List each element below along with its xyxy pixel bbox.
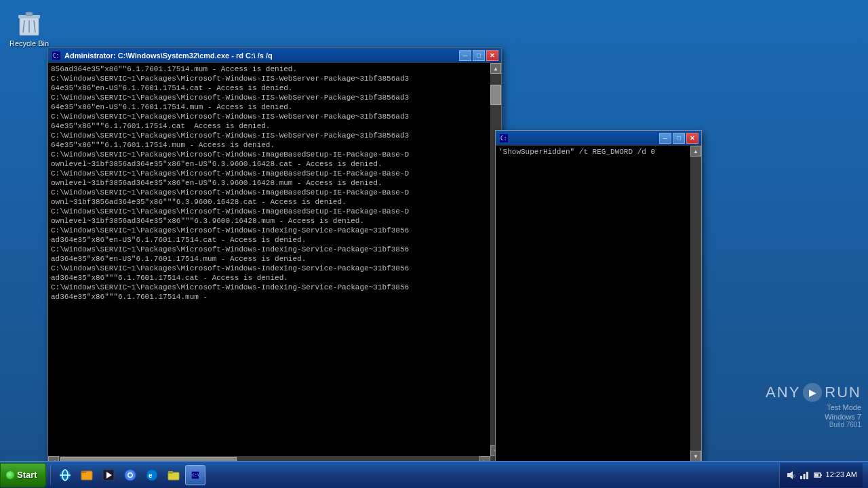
cmd2-scroll-up[interactable]: ▲ (690, 146, 701, 157)
cmd-scrollbar-area: 856ad364e35"x86""6.1.7601.17514.mum - Ac… (48, 63, 501, 456)
close-button-2[interactable]: ✕ (686, 133, 698, 144)
anyrun-any-text: ANY (766, 384, 800, 401)
scrollbar-up-btn[interactable]: ▲ (490, 63, 501, 74)
svg-point-19 (128, 473, 132, 476)
cmd-window-1-title: Administrator: C:\Windows\System32\cmd.e… (64, 52, 459, 60)
svg-rect-14 (81, 471, 86, 473)
taskbar-media-icon[interactable] (98, 465, 119, 485)
cmd-terminal-content[interactable]: 856ad364e35"x86""6.1.7601.17514.mum - Ac… (48, 63, 490, 303)
desktop: Recycle Bin C: Administrator: C:\Windows… (0, 0, 868, 461)
system-tray: )) 12:23 AM (779, 463, 863, 487)
svg-rect-32 (821, 474, 822, 476)
svg-rect-5 (26, 12, 33, 16)
svg-text:C:: C: (53, 53, 60, 59)
cmd-terminal-lines: 856ad364e35"x86""6.1.7601.17514.mum - Ac… (48, 63, 490, 456)
taskbar: Start (0, 461, 868, 488)
cmd-icon-2: C: (498, 133, 509, 144)
recycle-bin-svg (16, 5, 43, 38)
anyrun-build: Build 7601 (829, 421, 861, 428)
tray-network-icon[interactable] (799, 470, 810, 481)
start-label: Start (17, 470, 37, 480)
cmd2-scroll-area: 'ShowSuperHidden" /t REG_DWORD /d 0 (496, 146, 690, 462)
scrollbar-thumb[interactable] (490, 85, 501, 105)
taskbar-cmd-button[interactable]: C:\ (185, 465, 205, 485)
anyrun-watermark: ANY ▶ RUN Test Mode Windows 7 Build 7601 (766, 383, 861, 428)
svg-marker-26 (787, 471, 793, 479)
start-button[interactable]: Start (0, 463, 46, 487)
minimize-button[interactable]: ─ (459, 50, 471, 61)
cmd2-line: 'ShowSuperHidden" /t REG_DWORD /d 0 (498, 147, 688, 157)
anyrun-sub1: Test Mode (827, 403, 861, 411)
anyrun-play-icon: ▶ (803, 383, 822, 402)
taskbar-explorer-icon[interactable] (77, 465, 97, 485)
svg-rect-30 (806, 472, 808, 479)
cmd-window-2-controls: ─ □ ✕ (659, 133, 698, 144)
cmd-window-1-titlebar: C: Administrator: C:\Windows\System32\cm… (48, 48, 501, 63)
svg-rect-28 (800, 476, 802, 479)
cmd-window-1-body: 856ad364e35"x86""6.1.7601.17514.mum - Ac… (48, 63, 501, 467)
start-orb-icon (6, 471, 14, 479)
anyrun-run-text: RUN (825, 384, 861, 401)
minimize-button-2[interactable]: ─ (659, 133, 671, 144)
recycle-bin-label: Recycle Bin (9, 39, 49, 47)
cmd-window-2: C: ─ □ ✕ 'ShowSuperHidden" /t REG_DWORD … (495, 130, 702, 462)
cmd2-terminal-content: 'ShowSuperHidden" /t REG_DWORD /d 0 (496, 146, 690, 158)
svg-text:C:\: C:\ (192, 472, 199, 477)
maximize-button[interactable]: □ (473, 50, 485, 61)
taskbar-chrome-icon[interactable] (120, 465, 140, 485)
cmd-window-1: C: Administrator: C:\Windows\System32\cm… (47, 47, 502, 468)
close-button[interactable]: ✕ (486, 50, 498, 61)
svg-rect-29 (803, 474, 805, 479)
cmd-window-1-controls: ─ □ ✕ (459, 50, 498, 61)
taskbar-right: )) 12:23 AM (779, 463, 868, 487)
svg-text:e: e (149, 472, 153, 479)
cmd-icon: C: (51, 50, 62, 61)
taskbar-ie-icon[interactable] (55, 465, 75, 485)
tray-clock[interactable]: 12:23 AM (826, 470, 857, 480)
tray-sound-icon[interactable]: )) (785, 470, 796, 481)
svg-rect-33 (815, 474, 818, 476)
tray-power-icon[interactable] (812, 470, 823, 481)
taskbar-divider-1 (50, 465, 51, 485)
svg-rect-23 (168, 471, 173, 474)
taskbar-pinned-icons: e C:\ (52, 465, 208, 485)
maximize-button-2[interactable]: □ (673, 133, 685, 144)
taskbar-files-icon[interactable] (163, 465, 184, 485)
cmd-window-2-body: 'ShowSuperHidden" /t REG_DWORD /d 0 ▲ ▼ (496, 146, 701, 462)
svg-text:)): )) (793, 474, 795, 478)
svg-text:C:: C: (500, 136, 507, 142)
taskbar-ie2-icon[interactable]: e (142, 465, 162, 485)
cmd2-vertical-scrollbar[interactable]: ▲ ▼ (690, 146, 701, 462)
cmd-window-2-titlebar: C: ─ □ ✕ (496, 131, 701, 146)
cmd2-scroll-down[interactable]: ▼ (690, 451, 701, 462)
anyrun-logo: ANY ▶ RUN (766, 383, 861, 402)
recycle-bin-icon[interactable]: Recycle Bin (5, 5, 53, 47)
anyrun-sub2: Windows 7 (825, 413, 861, 421)
